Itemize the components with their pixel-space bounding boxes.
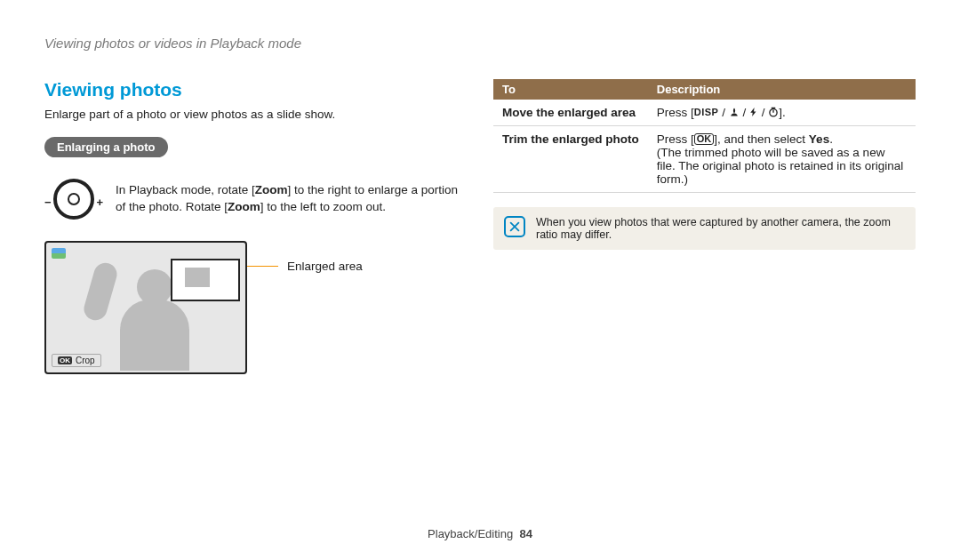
subsection-pill: Enlarging a photo xyxy=(44,137,168,157)
photo-thumb-icon xyxy=(52,248,66,259)
table-row: Move the enlarged area Press [DISP / / /… xyxy=(493,100,916,126)
ok-badge-icon: OK xyxy=(58,356,72,364)
crop-label: Crop xyxy=(76,356,95,365)
plus-icon: + xyxy=(96,196,103,209)
note-box: When you view photos that were captured … xyxy=(493,207,916,250)
row-action-trim: Trim the enlarged photo xyxy=(493,126,648,193)
crop-tag: OK Crop xyxy=(52,354,101,367)
note-text: When you view photos that were captured … xyxy=(536,216,905,241)
page-footer: Playback/Editing 84 xyxy=(0,527,960,540)
zoom-dial-text: In Playback mode, rotate [Zoom] to the r… xyxy=(116,182,467,216)
ok-key-icon: OK xyxy=(694,133,715,145)
footer-section: Playback/Editing xyxy=(428,527,513,540)
enlarged-area-inset xyxy=(171,259,240,301)
zoom-dial-icon: − + xyxy=(44,170,103,228)
section-title: Viewing photos xyxy=(44,79,467,100)
table-row: Trim the enlarged photo Press [OK], and … xyxy=(493,126,916,193)
table-head-desc: Description xyxy=(648,79,916,100)
flash-icon xyxy=(749,107,758,117)
macro-icon xyxy=(729,107,740,117)
disp-key-icon: DISP xyxy=(694,107,719,117)
enlarged-area-label: Enlarged area xyxy=(287,260,363,273)
preview-frame: OK Crop xyxy=(44,241,247,374)
controls-table: To Description Move the enlarged area Pr… xyxy=(493,79,916,193)
left-column: Viewing photos Enlarge part of a photo o… xyxy=(44,79,467,374)
table-head-to: To xyxy=(493,79,648,100)
footer-page-number: 84 xyxy=(519,527,532,540)
breadcrumb: Viewing photos or videos in Playback mod… xyxy=(44,36,916,51)
row-action-move: Move the enlarged area xyxy=(493,100,648,126)
callout-line xyxy=(243,266,278,267)
row-desc-trim: Press [OK], and then select Yes. (The tr… xyxy=(648,126,916,193)
timer-icon xyxy=(768,107,779,117)
right-column: To Description Move the enlarged area Pr… xyxy=(493,79,916,374)
note-info-icon xyxy=(504,216,525,237)
section-intro: Enlarge part of a photo or view photos a… xyxy=(44,108,467,121)
minus-icon: − xyxy=(44,196,52,209)
row-desc-move: Press [DISP / / / ]. xyxy=(648,100,916,126)
